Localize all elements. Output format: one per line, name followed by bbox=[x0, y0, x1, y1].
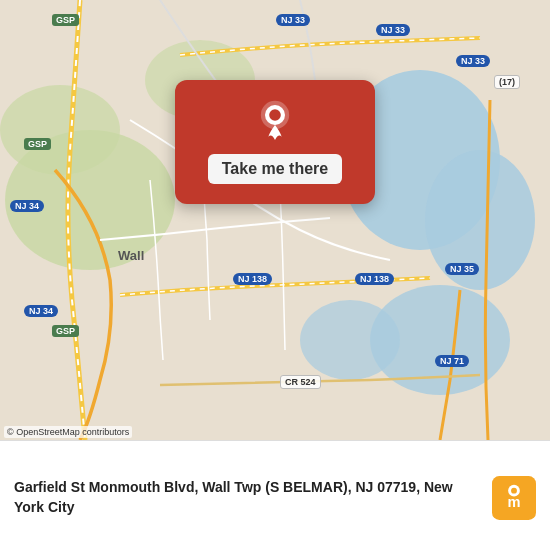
road-label-route17: (17) bbox=[494, 75, 520, 89]
osm-attribution: © OpenStreetMap contributors bbox=[4, 426, 132, 438]
road-label-nj34-1: NJ 34 bbox=[10, 200, 44, 212]
road-label-cr524: CR 524 bbox=[280, 375, 321, 389]
svg-point-7 bbox=[300, 300, 400, 380]
road-label-nj71: NJ 71 bbox=[435, 355, 469, 367]
road-label-nj35: NJ 35 bbox=[445, 263, 479, 275]
road-label-nj33-2: NJ 33 bbox=[376, 24, 410, 36]
overlay-card: Take me there bbox=[175, 80, 375, 204]
moovit-logo: m bbox=[492, 476, 536, 520]
svg-point-5 bbox=[425, 150, 535, 290]
svg-point-14 bbox=[511, 487, 517, 493]
road-label-gsp-2: GSP bbox=[24, 138, 51, 150]
map-container: GSP GSP GSP NJ 33 NJ 33 NJ 33 NJ 34 NJ 3… bbox=[0, 0, 550, 440]
location-info: Garfield St Monmouth Blvd, Wall Twp (S B… bbox=[14, 478, 480, 517]
road-label-nj34-2: NJ 34 bbox=[24, 305, 58, 317]
take-me-there-button[interactable]: Take me there bbox=[208, 154, 342, 184]
svg-point-2 bbox=[0, 85, 120, 175]
road-label-nj33-1: NJ 33 bbox=[276, 14, 310, 26]
svg-point-10 bbox=[269, 109, 281, 121]
road-label-nj138-1: NJ 138 bbox=[233, 273, 272, 285]
location-pin-icon bbox=[255, 100, 295, 140]
road-label-gsp-1: GSP bbox=[52, 14, 79, 26]
road-label-nj33-3: NJ 33 bbox=[456, 55, 490, 67]
road-label-nj138-2: NJ 138 bbox=[355, 273, 394, 285]
location-title: Garfield St Monmouth Blvd, Wall Twp (S B… bbox=[14, 478, 480, 517]
moovit-logo-icon: m bbox=[492, 476, 536, 520]
road-label-gsp-3: GSP bbox=[52, 325, 79, 337]
bottom-bar: Garfield St Monmouth Blvd, Wall Twp (S B… bbox=[0, 440, 550, 550]
town-label-wall: Wall bbox=[118, 248, 144, 263]
